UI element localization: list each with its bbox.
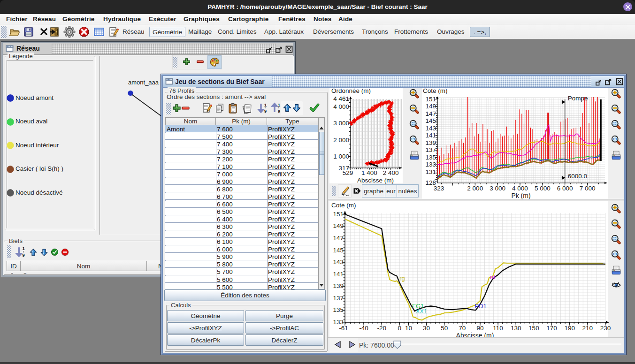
- svg-text:1:1: 1:1: [411, 137, 415, 141]
- svg-text:1:1: 1:1: [612, 137, 617, 141]
- svg-text:1:1: 1:1: [612, 252, 617, 256]
